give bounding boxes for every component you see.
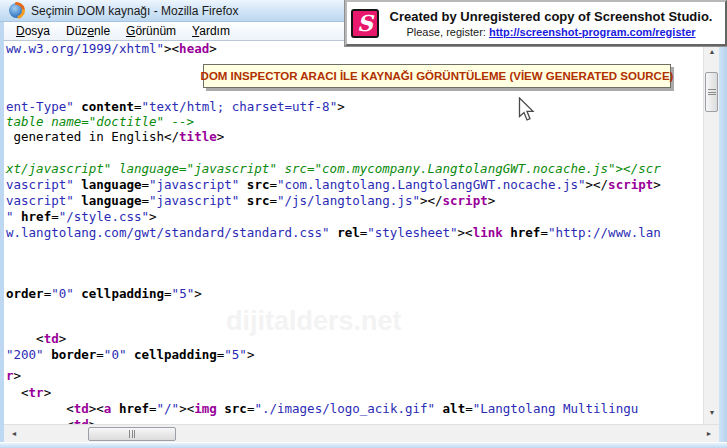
code-segment-v: ent-Type" xyxy=(6,99,74,114)
code-segment-p: = xyxy=(141,177,149,192)
code-segment-p xyxy=(239,193,247,208)
thumb-grip xyxy=(129,430,135,438)
badge-text: Created by Unregistered copy of Screensh… xyxy=(379,9,725,38)
source-line: <td><a href="/"><img src="./images/logo_… xyxy=(6,401,638,416)
scroll-down-icon[interactable]: ▼ xyxy=(704,404,720,421)
code-segment-t: td xyxy=(74,417,89,424)
code-segment-v: ww.w3.org/1999/xhtml" xyxy=(6,41,164,56)
code-segment-v: " xyxy=(6,209,14,224)
menu-label: ardım xyxy=(199,24,230,38)
code-segment-p: < xyxy=(6,385,29,400)
code-segment-a: language xyxy=(81,193,141,208)
code-segment-p: > xyxy=(247,347,255,362)
code-segment-v: "0" xyxy=(104,347,127,362)
badge-title: Created by Unregistered copy of Screensh… xyxy=(379,9,723,24)
source-line: xt/javascript" language="javascript" src… xyxy=(6,161,661,176)
code-segment-p: ></ xyxy=(586,177,609,192)
code-segment-t: td xyxy=(74,401,89,416)
code-segment-a: src xyxy=(247,177,270,192)
code-segment-t: tr xyxy=(29,385,44,400)
code-segment-a: order xyxy=(6,286,44,301)
site-watermark: dijitalders.net xyxy=(226,306,402,337)
code-segment-p: > xyxy=(44,385,52,400)
code-segment-v: "/style.css" xyxy=(59,209,149,224)
code-segment-p: < xyxy=(6,331,44,346)
code-segment-v: "/" xyxy=(157,401,180,416)
code-segment-v: "200" xyxy=(6,347,44,362)
annotation-callout: DOM INSPECTOR ARACI İLE KAYNAĞI GÖRÜNTÜL… xyxy=(203,64,671,88)
code-segment-t: script xyxy=(608,177,653,192)
source-line: vascript" language="javascript" src="com… xyxy=(6,177,661,192)
code-segment-p: > xyxy=(149,209,157,224)
code-segment-p xyxy=(239,177,247,192)
code-segment-a: cellpadding xyxy=(81,286,164,301)
code-segment-t: title xyxy=(179,129,217,144)
horizontal-scrollbar[interactable]: ◄ ► xyxy=(4,424,719,442)
code-segment-p: = xyxy=(465,401,473,416)
register-link[interactable]: http://screenshot-program.com/register xyxy=(489,26,696,38)
scroll-left-icon[interactable]: ◄ xyxy=(6,425,22,442)
code-segment-a: src xyxy=(247,193,270,208)
menu-item-duzenle[interactable]: Düzenle xyxy=(58,23,118,40)
code-segment-p: > xyxy=(14,368,22,383)
code-segment-p: ></ xyxy=(420,193,443,208)
code-segment-a: rel xyxy=(337,225,360,240)
code-segment-p: >< xyxy=(164,41,179,56)
screenshot-studio-badge: S Created by Unregistered copy of Screen… xyxy=(345,0,727,46)
source-line: r> xyxy=(6,368,21,383)
window-border-bottom xyxy=(0,442,727,448)
code-segment-p: = xyxy=(269,177,277,192)
mouse-cursor-icon xyxy=(518,97,536,127)
menu-item-yardim[interactable]: Yardım xyxy=(184,23,238,40)
code-segment-p: generated in English</ xyxy=(6,129,179,144)
code-segment-c: xt/javascript" language="javascript" src… xyxy=(6,161,661,176)
scroll-right-icon[interactable]: ► xyxy=(701,425,717,442)
source-line: order="0" cellpadding="5"> xyxy=(6,286,202,301)
code-segment-p: > xyxy=(217,129,225,144)
code-segment-p: > xyxy=(337,99,345,114)
menu-item-dosya[interactable]: Dosya xyxy=(8,23,58,40)
source-line: ww.w3.org/1999/xhtml"><head> xyxy=(6,41,217,56)
window-title: Seçimin DOM kaynağı - Mozilla Firefox xyxy=(31,4,238,18)
code-segment-v: vascript" xyxy=(6,177,74,192)
code-segment-v: "javascript" xyxy=(149,177,239,192)
code-segment-p: >< xyxy=(89,401,104,416)
code-segment-v: "javascript" xyxy=(149,193,239,208)
code-segment-p: > xyxy=(488,193,496,208)
source-line: vascript" language="javascript" src="/js… xyxy=(6,193,495,208)
source-line: generated in English</title> xyxy=(6,129,224,144)
thumb-grip xyxy=(708,89,716,95)
source-line: <td> xyxy=(6,331,66,346)
code-segment-p xyxy=(111,401,119,416)
code-segment-v: "http://www.lan xyxy=(548,225,661,240)
code-segment-a: language xyxy=(81,177,141,192)
vertical-scroll-thumb[interactable] xyxy=(705,72,718,112)
code-segment-p: < xyxy=(6,417,74,424)
source-line: table name="doctitle" --> xyxy=(6,114,194,129)
badge-register-line: Please, register: http://screenshot-prog… xyxy=(379,26,723,38)
code-segment-t: script xyxy=(443,193,488,208)
source-line: w.langtolang.com/gwt/standard/standard.c… xyxy=(6,225,661,240)
code-segment-p: > xyxy=(194,286,202,301)
code-segment-v: "5" xyxy=(224,347,247,362)
badge-register-label: Please, register: xyxy=(406,26,485,38)
code-segment-v: "text/html; charset=utf-8" xyxy=(141,99,337,114)
code-segment-v: "Langtolang Multilingu xyxy=(473,401,639,416)
code-segment-v: vascript" xyxy=(6,193,74,208)
menu-label: örünüm xyxy=(135,24,176,38)
firefox-icon xyxy=(9,3,24,18)
code-segment-c: table name="doctitle" --> xyxy=(6,114,194,129)
code-segment-a: border xyxy=(51,347,96,362)
source-line: <td> xyxy=(6,417,96,424)
code-segment-p xyxy=(126,347,134,362)
menu-item-gorunum[interactable]: Görünüm xyxy=(118,23,184,40)
vertical-scrollbar[interactable]: ▲ ▼ xyxy=(703,41,719,424)
horizontal-scroll-thumb[interactable] xyxy=(88,427,176,441)
code-segment-t: link xyxy=(473,225,503,240)
menu-mnemonic: D xyxy=(16,24,25,38)
code-segment-p: = xyxy=(141,193,149,208)
code-segment-a: content xyxy=(81,99,134,114)
code-segment-a: cellpadding xyxy=(134,347,217,362)
code-segment-p: >< xyxy=(458,225,473,240)
menu-label: Düz xyxy=(66,24,87,38)
